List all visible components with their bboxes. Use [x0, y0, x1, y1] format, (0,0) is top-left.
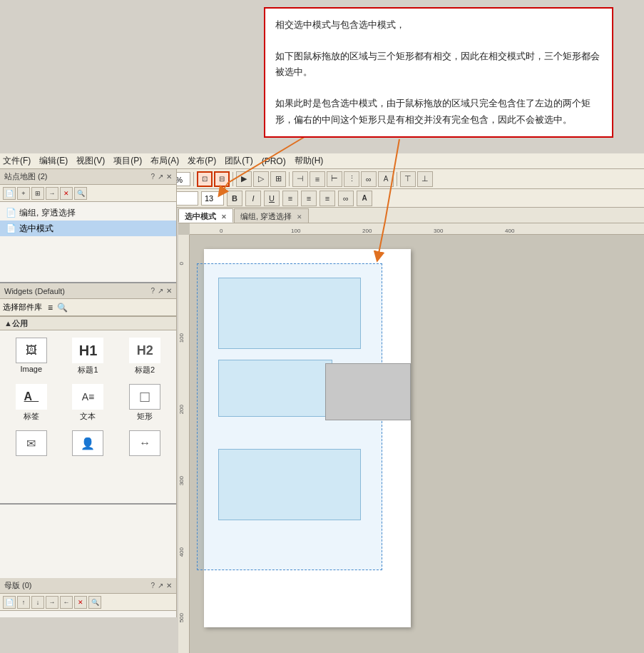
masters-arrow-right-btn[interactable]: →	[46, 596, 58, 609]
widget-label-icon: A_	[16, 384, 47, 410]
italic-button[interactable]: I	[245, 191, 261, 206]
page-icon-1: 📄	[6, 223, 16, 233]
masters-down-btn[interactable]: ↓	[31, 596, 44, 609]
align-left-button[interactable]: ⊣	[292, 171, 308, 187]
widgets-menu-icon[interactable]: ≡	[48, 303, 53, 313]
menu-help[interactable]: 帮助(H)	[295, 155, 324, 167]
widgets-help-icon[interactable]: ?	[150, 287, 155, 295]
sitemap-close-icon[interactable]: ✕	[166, 173, 172, 181]
menu-pro[interactable]: (PRO)	[262, 156, 286, 166]
masters-search-btn[interactable]: 🔍	[88, 596, 101, 609]
ruler-mark-v-400: 400	[178, 547, 185, 557]
masters-delete-btn[interactable]: ✕	[74, 596, 87, 609]
sep6	[289, 172, 290, 186]
masters-help-icon[interactable]: ?	[150, 582, 155, 589]
widgets-panel: Widgets (Default) ? ↗ ✕ 选择部件库 ≡ 🔍 ▲ 公用 🖼…	[0, 283, 176, 505]
shape-rect-gray[interactable]	[325, 363, 411, 420]
size-input[interactable]	[201, 191, 224, 206]
sitemap-group-btn[interactable]: ⊞	[31, 187, 44, 200]
widgets-close-icon[interactable]: ✕	[166, 287, 172, 295]
canvas-tab-label-1: 编组, 穿透选择	[240, 212, 292, 221]
sep4	[193, 172, 194, 186]
masters-expand-icon[interactable]: ↗	[158, 582, 163, 589]
sitemap-toolbar: 📄 + ⊞ → ✕ 🔍	[0, 185, 176, 202]
canvas-page	[204, 249, 411, 627]
menu-edit[interactable]: 编辑(E)	[39, 155, 68, 167]
sitemap-panel: 站点地图 (2) ? ↗ ✕ 📄 + ⊞ → ✕ 🔍 📄 编组, 穿透选择 📄 …	[0, 169, 176, 283]
widget-person[interactable]: 👤	[61, 427, 116, 460]
masters-back-btn[interactable]: ←	[60, 596, 73, 609]
sitemap-tree: 📄 编组, 穿透选择 📄 选中模式	[0, 202, 176, 239]
sitemap-expand-icon[interactable]: ↗	[158, 173, 163, 181]
masters-title: 母版 (0)	[4, 580, 32, 591]
widgets-expand-icon[interactable]: ↗	[158, 287, 163, 295]
align-left-text-button[interactable]: ≡	[282, 191, 298, 206]
canvas-tab-close-1[interactable]: ✕	[297, 213, 302, 221]
align-middle-button[interactable]: ⊥	[417, 171, 433, 187]
canvas-area: 0 100 200 300 400 0 100 200 300 400 500	[178, 223, 644, 653]
menu-view[interactable]: 视图(V)	[76, 155, 105, 167]
widget-h1[interactable]: H1 标题1	[61, 335, 116, 378]
widget-label[interactable]: A_ 标签	[4, 381, 58, 425]
link-text-button[interactable]: ∞	[338, 191, 354, 206]
shape-rect-bottom[interactable]	[218, 449, 361, 520]
shape-rect-mid[interactable]	[218, 360, 332, 417]
masters-toolbar: 📄 ↑ ↓ → ← ✕ 🔍	[0, 594, 176, 611]
menu-layout[interactable]: 布局(A)	[150, 155, 179, 167]
widget-text[interactable]: A≡ 文本	[61, 381, 116, 425]
tree-item-1[interactable]: 📄 选中模式	[0, 221, 176, 236]
select-intersect-button[interactable]: ⊡	[197, 171, 213, 187]
ruler-mark-v-300: 300	[178, 476, 185, 485]
menu-publish[interactable]: 发布(P)	[188, 155, 216, 167]
distribute-button[interactable]: ⋮	[344, 171, 359, 187]
masters-add-btn[interactable]: 📄	[3, 596, 16, 609]
widget-grid: 🖼 Image H1 标题1 H2 标题2 A_ 标签 A≡ 文本	[0, 330, 176, 465]
pointer-button[interactable]: ▶	[236, 171, 252, 187]
canvas-tab-0[interactable]: 选中模式 ✕	[178, 208, 233, 223]
masters-up-btn[interactable]: ↑	[17, 596, 30, 609]
tree-item-0[interactable]: 📄 编组, 穿透选择	[0, 205, 176, 221]
align-center-button[interactable]: ≡	[310, 171, 325, 187]
widget-arrow[interactable]: ↔	[118, 427, 172, 460]
sitemap-delete-btn[interactable]: ✕	[60, 187, 73, 200]
widget-rect[interactable]: □ 矩形	[118, 381, 172, 425]
masters-close-icon[interactable]: ✕	[166, 582, 172, 589]
widget-image[interactable]: 🖼 Image	[4, 335, 58, 378]
widgets-search-icon[interactable]: 🔍	[57, 303, 68, 313]
play-button[interactable]: ▷	[253, 171, 269, 187]
menu-project[interactable]: 项目(P)	[113, 155, 142, 167]
menu-team[interactable]: 团队(T)	[225, 155, 252, 167]
underline-button[interactable]: U	[264, 191, 280, 206]
sep5	[232, 172, 233, 186]
sitemap-search-btn[interactable]: 🔍	[74, 187, 87, 200]
grid-button[interactable]: ⊞	[270, 171, 286, 187]
page-icon-0: 📄	[6, 208, 16, 218]
shape-rect-top[interactable]	[218, 278, 361, 349]
widget-h2[interactable]: H2 标题2	[118, 335, 172, 378]
widget-h2-icon: H2	[129, 338, 160, 363]
sitemap-help-icon[interactable]: ?	[150, 173, 155, 181]
widget-person-icon: 👤	[72, 430, 103, 456]
sitemap-up-btn[interactable]: →	[46, 187, 58, 200]
bold-button[interactable]: B	[227, 191, 242, 206]
section-label: 公用	[12, 318, 28, 329]
widget-email[interactable]: ✉	[4, 427, 58, 460]
canvas-tab-1[interactable]: 编组, 穿透选择 ✕	[234, 208, 309, 223]
canvas-tab-close-0[interactable]: ✕	[221, 213, 227, 221]
widgets-library-label[interactable]: 选择部件库	[3, 302, 42, 313]
widgets-title: Widgets (Default)	[4, 287, 65, 295]
align-right-button[interactable]: ⊢	[327, 171, 342, 187]
ruler-mark-200: 200	[361, 228, 372, 234]
align-top-button[interactable]: ⊤	[400, 171, 416, 187]
menu-file[interactable]: 文件(F)	[3, 155, 31, 167]
font-color-button[interactable]: A	[357, 191, 372, 206]
widgets-section: ▲ 公用	[0, 316, 176, 330]
sitemap-new-btn[interactable]: 📄	[3, 187, 16, 200]
link-button[interactable]: ∞	[361, 171, 377, 187]
masters-panel: 母版 (0) ? ↗ ✕ 📄 ↑ ↓ → ← ✕ 🔍	[0, 578, 176, 617]
align-center-text-button[interactable]: ≡	[301, 191, 317, 206]
sitemap-add-btn[interactable]: +	[17, 187, 30, 200]
align-right-text-button[interactable]: ≡	[320, 191, 335, 206]
text-color-button[interactable]: A	[378, 171, 394, 187]
select-contain-button[interactable]: ⊟	[214, 171, 230, 187]
